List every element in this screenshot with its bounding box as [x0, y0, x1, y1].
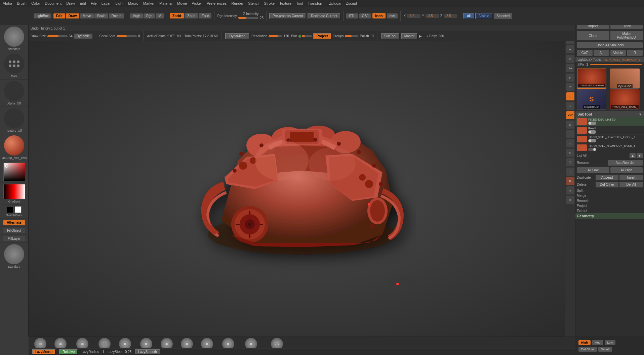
transp-icon[interactable]: T: [566, 168, 574, 176]
subtool-vis-toggle-3[interactable]: [588, 139, 596, 142]
menu-alpha[interactable]: Alpha: [3, 1, 12, 5]
inch-button[interactable]: inch: [372, 13, 386, 18]
clone-button[interactable]: Clone: [577, 31, 609, 40]
focal-shift-slider[interactable]: [117, 35, 137, 37]
visible-btn2[interactable]: Visible: [610, 50, 626, 56]
menu-edit[interactable]: Edit: [80, 1, 86, 5]
scale-icon[interactable]: ⤡: [566, 139, 574, 147]
aahalf-icon[interactable]: AA: [566, 64, 574, 72]
menu-document[interactable]: Document: [45, 1, 62, 5]
alternate-button[interactable]: Alternate: [3, 220, 25, 225]
draw-button[interactable]: Draw: [66, 13, 79, 18]
decimate-current-button[interactable]: Decimate Current: [308, 13, 340, 19]
r-button[interactable]: R: [627, 50, 643, 56]
menu-preferences[interactable]: Preferences: [207, 1, 227, 5]
menu-file[interactable]: File: [91, 1, 97, 5]
color-picker-item[interactable]: [0, 161, 28, 183]
rotate-icon[interactable]: ↻: [566, 149, 574, 157]
scale-button[interactable]: Scale: [94, 13, 108, 18]
menu-zplugin[interactable]: Zplugin: [329, 1, 341, 5]
switch-color-item[interactable]: SwitchColor: [0, 205, 28, 219]
z-coord-value[interactable]: 3.5: [444, 14, 457, 18]
move-button[interactable]: Move: [80, 13, 93, 18]
visible-button[interactable]: Visible: [475, 13, 493, 19]
mrgb-button[interactable]: Mrgb: [130, 13, 143, 18]
dynamesh-button[interactable]: DynaMesh: [225, 33, 249, 39]
titan-highpoly-thumb[interactable]: TITAN_v011_HIGHP: [577, 69, 606, 89]
subtool-item-fixed-decimated[interactable]: FIXED-DECIMATED: [575, 117, 644, 126]
subtool-item-lowpoly[interactable]: TITAN_v011_LOWPOLY_CAGE_T: [575, 135, 644, 143]
fill-object-item[interactable]: FillObject: [0, 227, 28, 235]
lazy-mouse-button[interactable]: LazyMouse: [32, 349, 56, 355]
zout-button[interactable]: Zout: [199, 13, 211, 18]
all-high-button[interactable]: All High: [610, 167, 643, 173]
zsub-button[interactable]: Zsub: [185, 13, 198, 18]
preprocess-current-button[interactable]: Pre-process Current: [269, 13, 306, 19]
persp-icon[interactable]: P: [566, 74, 574, 82]
zadd-button[interactable]: Zadd: [170, 13, 184, 18]
menu-movie[interactable]: Movie: [177, 1, 187, 5]
menu-stroke[interactable]: Stroke: [264, 1, 275, 5]
medium-button[interactable]: Med: [592, 340, 603, 345]
clone-all-button[interactable]: Clone All SubTools: [577, 42, 643, 48]
relative-button[interactable]: Relative: [59, 349, 78, 355]
menu-layer[interactable]: Layer: [102, 1, 111, 5]
lightbox-button[interactable]: LightBox: [34, 13, 51, 18]
local-icon[interactable]: L: [566, 92, 574, 100]
menu-marker[interactable]: Marker: [143, 1, 155, 5]
menu-render[interactable]: Render: [231, 1, 243, 5]
simple-brush-thumb[interactable]: S SimpleBrush: [577, 89, 606, 109]
gradient-item[interactable]: Gradient: [0, 183, 28, 205]
x-coord-value[interactable]: 3.5: [407, 14, 420, 18]
project-button[interactable]: Project: [313, 33, 331, 39]
make-polymesh-button[interactable]: Make PolyMesh3D: [610, 31, 643, 40]
subtool-vis-toggle-2[interactable]: [588, 130, 596, 134]
low-button[interactable]: Low: [605, 340, 616, 345]
rgb-button[interactable]: Rgb: [144, 13, 155, 18]
mm-button[interactable]: mm: [387, 13, 398, 18]
subtool-vis-toggle-4[interactable]: [588, 148, 596, 151]
fill-layer-button[interactable]: FillLayer: [3, 236, 25, 241]
all-btn2[interactable]: All: [594, 50, 609, 56]
expand-subtool-icon[interactable]: ▼: [639, 113, 642, 116]
ltym-icon[interactable]: L: [566, 102, 574, 110]
subtool-item-fixed[interactable]: Fixed: [575, 126, 644, 135]
menu-stencil[interactable]: Stencil: [248, 1, 259, 5]
frame-icon[interactable]: ⊞: [566, 121, 574, 129]
goz-button[interactable]: GoZ: [577, 50, 593, 56]
subtool-item-highpoly-base[interactable]: TITAN_v011_HIGHPOLY_BASE_T: [575, 143, 644, 152]
draw-size-slider[interactable]: [47, 35, 68, 37]
render-icon[interactable]: R: [566, 177, 574, 185]
menu-transform[interactable]: Transform: [308, 1, 324, 5]
blur-slider[interactable]: [302, 35, 312, 37]
rotate-button[interactable]: Rotate: [109, 13, 124, 18]
viewport-canvas[interactable]: [29, 41, 575, 337]
edit-button[interactable]: Edit: [53, 13, 65, 18]
del-all-button[interactable]: Del All: [619, 182, 643, 187]
move-icon[interactable]: ↔: [566, 130, 574, 138]
menu-texture[interactable]: Texture: [279, 1, 291, 5]
menu-picker[interactable]: Picker: [192, 1, 202, 5]
xyz-icon[interactable]: XYZ: [566, 111, 574, 119]
append-button[interactable]: Append: [596, 175, 619, 180]
y-coord-value[interactable]: 3.5: [426, 14, 439, 18]
xpose-icon[interactable]: X: [566, 196, 574, 204]
fill-layer-item[interactable]: FillLayer: [0, 235, 28, 243]
z-intensity-slider[interactable]: [238, 17, 258, 19]
selected-button[interactable]: Selected: [494, 13, 512, 19]
obj-button[interactable]: OBJ: [359, 13, 371, 18]
subtool-button[interactable]: SubTool: [381, 33, 400, 39]
del-other-button[interactable]: Del Other: [596, 182, 619, 187]
arrow-up-button[interactable]: ▲: [630, 153, 636, 158]
menu-tool[interactable]: Tool: [296, 1, 303, 5]
alpha-off-item[interactable]: Alpha_Off: [0, 80, 28, 107]
dynamic-button[interactable]: Dynamic: [74, 34, 92, 39]
cylinder3d-thumb[interactable]: Cylinder3D: [610, 69, 640, 89]
solo-icon[interactable]: S: [566, 186, 574, 194]
floor-icon[interactable]: ⊓: [566, 83, 574, 91]
insert-button[interactable]: Insert: [619, 175, 643, 180]
resolution-slider[interactable]: [269, 35, 282, 37]
high-button[interactable]: High: [578, 340, 591, 345]
actual-icon[interactable]: ◎: [566, 55, 574, 63]
menu-light[interactable]: Light: [115, 1, 123, 5]
